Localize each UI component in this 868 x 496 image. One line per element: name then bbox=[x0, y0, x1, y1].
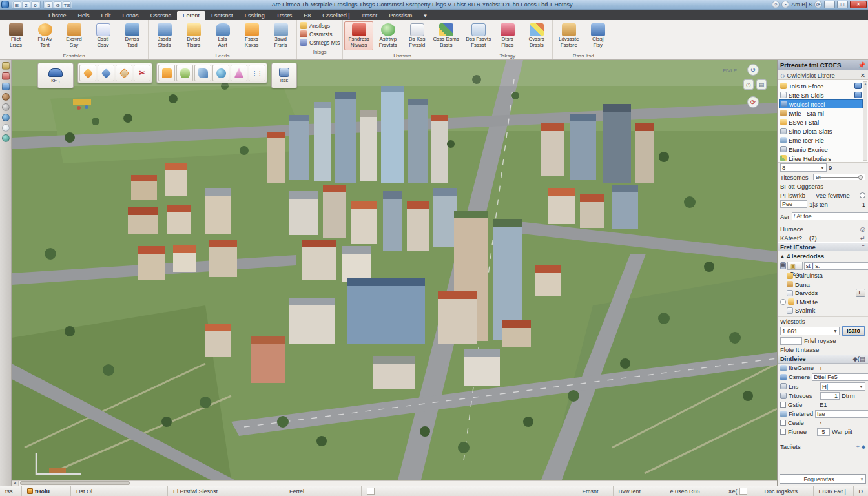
library-item[interactable]: Etanio Excrice bbox=[779, 145, 863, 154]
app-logo-icon[interactable] bbox=[1, 1, 9, 8]
jet-blue-icon[interactable] bbox=[2, 83, 10, 90]
ribbon-stack-button[interactable]: Cssmrsts bbox=[300, 30, 340, 37]
qat-button-5[interactable]: G bbox=[54, 1, 62, 8]
disc-brown-icon[interactable] bbox=[2, 93, 10, 101]
tab-11[interactable]: Itmsnt bbox=[356, 11, 384, 20]
minimize-button[interactable]: ‒ bbox=[824, 1, 835, 8]
scissors-icon[interactable]: ✂ bbox=[134, 65, 150, 81]
diamond-blue-icon[interactable] bbox=[98, 65, 114, 81]
clock-icon[interactable]: ◷ bbox=[743, 79, 754, 90]
windows-select[interactable]: 1 661▼ bbox=[780, 327, 840, 335]
clip-icon[interactable] bbox=[176, 65, 193, 81]
tab-2[interactable]: Fdit bbox=[96, 11, 117, 20]
library-item-selected[interactable]: wcuicsl Itcoci bbox=[779, 99, 863, 108]
item-action-button[interactable] bbox=[854, 83, 862, 89]
account-label[interactable]: Am B| S bbox=[791, 1, 812, 8]
tab-active[interactable]: Ferent bbox=[177, 11, 205, 20]
tree-grid-icon[interactable]: ▦ bbox=[780, 262, 786, 269]
pixel-input[interactable] bbox=[780, 337, 802, 345]
qat-button-6[interactable]: TS bbox=[63, 1, 71, 8]
item-action-button[interactable] bbox=[854, 92, 862, 98]
tab-8[interactable]: Trssrs bbox=[271, 11, 298, 20]
ribbon-button[interactable]: Dvnss Tssd bbox=[118, 21, 147, 50]
cone-icon[interactable] bbox=[231, 65, 247, 81]
grid-small-icon[interactable]: ⋮⋮ bbox=[249, 65, 265, 81]
library-item[interactable]: Eme Icer Rie bbox=[779, 136, 863, 145]
tab-9[interactable]: E8 bbox=[298, 11, 316, 20]
grid-tan-icon[interactable] bbox=[2, 62, 10, 70]
status-mode[interactable]: tHolu bbox=[22, 486, 71, 496]
sync-icon[interactable]: ⟳ bbox=[814, 1, 822, 8]
ribbon-button[interactable]: Astrtwp Frsvtsts bbox=[373, 21, 402, 50]
library-item[interactable]: twtie - Sta ml bbox=[779, 108, 863, 118]
pen-icon[interactable] bbox=[194, 65, 211, 81]
tab-3[interactable]: Fonas bbox=[117, 11, 145, 20]
ribbon-button[interactable]: Csstl Cssv bbox=[88, 21, 118, 50]
status-x[interactable]: Xe( bbox=[723, 486, 760, 496]
ribbon-button[interactable]: Csss Dsms Bssts bbox=[431, 21, 460, 50]
printer-icon[interactable]: ▤ bbox=[860, 355, 865, 362]
ribbon-button[interactable]: Cvssrs Drssls bbox=[522, 21, 551, 50]
ribbon-button[interactable]: Flu Av Tsnt bbox=[30, 21, 59, 50]
qat-button-2[interactable]: 2 bbox=[22, 1, 30, 8]
pin-icon[interactable]: 📌 bbox=[858, 61, 865, 68]
tab-4[interactable]: Cssrsnc bbox=[145, 11, 178, 20]
tree-filter-input[interactable] bbox=[804, 262, 868, 270]
tab-6[interactable]: Lsntsnst bbox=[205, 11, 239, 20]
ring-gray-icon[interactable] bbox=[2, 103, 10, 111]
orbit-icon[interactable]: ↺ bbox=[747, 64, 759, 76]
info-icon[interactable]: ◔ bbox=[781, 1, 789, 8]
tree-item[interactable]: I Mist te bbox=[778, 298, 868, 307]
ribbon-button[interactable]: Dvtsd Tlssrs bbox=[179, 21, 208, 50]
diamond-orange-icon[interactable] bbox=[79, 65, 96, 81]
ribbon-button[interactable]: Ldvssste Fsstsre bbox=[554, 21, 583, 50]
camera-input[interactable] bbox=[812, 373, 868, 381]
tab-10[interactable]: Gssellted | bbox=[316, 11, 355, 20]
node-radio[interactable] bbox=[780, 299, 786, 305]
tree-item[interactable]: Dana bbox=[778, 280, 868, 289]
target-icon[interactable]: ◎ bbox=[860, 225, 865, 232]
qat-button-3[interactable]: 6 bbox=[31, 1, 39, 8]
viewport-hscrollbar[interactable]: ◂ bbox=[12, 480, 777, 486]
ribbon-stack-button[interactable]: Anstlsgs bbox=[300, 22, 340, 29]
chevron-icon[interactable]: ▲ bbox=[780, 254, 785, 258]
qat-button-1[interactable]: E bbox=[13, 1, 21, 8]
radio-button[interactable] bbox=[860, 192, 865, 198]
chat-icon[interactable] bbox=[158, 65, 175, 81]
page-icon[interactable]: ▤ bbox=[756, 79, 767, 90]
library-item[interactable]: Tois tn Efoce bbox=[779, 81, 863, 90]
ribbon-button[interactable]: Ds Kss Fwssld bbox=[402, 21, 431, 50]
value-input[interactable] bbox=[780, 200, 807, 208]
status-filter[interactable]: Fmsnt bbox=[577, 486, 614, 496]
library-item[interactable]: Stte Sn Clcis bbox=[779, 90, 863, 99]
value-input[interactable] bbox=[792, 212, 868, 220]
tab-overflow[interactable]: ▾ bbox=[418, 11, 433, 20]
frame-input[interactable] bbox=[817, 428, 830, 436]
library-item[interactable]: ESve I Stal bbox=[779, 118, 863, 127]
globe-blue-icon[interactable] bbox=[2, 114, 10, 121]
checkbox[interactable] bbox=[780, 420, 786, 426]
lens-select[interactable]: H|▼ bbox=[820, 382, 865, 391]
chevron-down-icon[interactable]: ▾ bbox=[858, 477, 865, 482]
diamond-small-icon[interactable]: ◆ bbox=[853, 355, 858, 362]
ribbon-button[interactable]: Dtsrs Flses bbox=[493, 21, 522, 50]
scroll-left-icon[interactable]: ◂ bbox=[12, 480, 19, 486]
node-button[interactable]: F bbox=[856, 289, 866, 297]
viewport-3d-city[interactable]: kF , ✂ ⋮⋮ Itss FlVt P bbox=[12, 60, 777, 486]
checkbox[interactable] bbox=[780, 402, 786, 408]
footer-combo[interactable]: Foguerivtas ▾ bbox=[780, 474, 866, 484]
status-toggle[interactable] bbox=[362, 486, 400, 496]
library-item[interactable]: Sino Diota Slats bbox=[779, 127, 863, 136]
scroll-thumb[interactable] bbox=[20, 481, 130, 485]
tab-7[interactable]: Fsslting bbox=[239, 11, 271, 20]
ribbon-button-highlighted[interactable]: Fsndrcss Ntvwss bbox=[344, 21, 373, 50]
section-expand-icon[interactable]: ⌃ bbox=[861, 244, 865, 250]
maximize-button[interactable]: ◻ bbox=[837, 1, 848, 8]
stamp-red-icon[interactable] bbox=[2, 72, 10, 80]
close-button[interactable]: ✕ bbox=[850, 1, 867, 8]
ribbon-button[interactable]: Exsvrd Ssy bbox=[59, 21, 88, 50]
ribbon-button[interactable]: 3swd Frsrls bbox=[266, 21, 295, 50]
globe-doc-icon[interactable] bbox=[212, 65, 229, 81]
library-scrollbar[interactable]: ▲ bbox=[863, 81, 867, 161]
checkbox[interactable] bbox=[780, 429, 786, 435]
